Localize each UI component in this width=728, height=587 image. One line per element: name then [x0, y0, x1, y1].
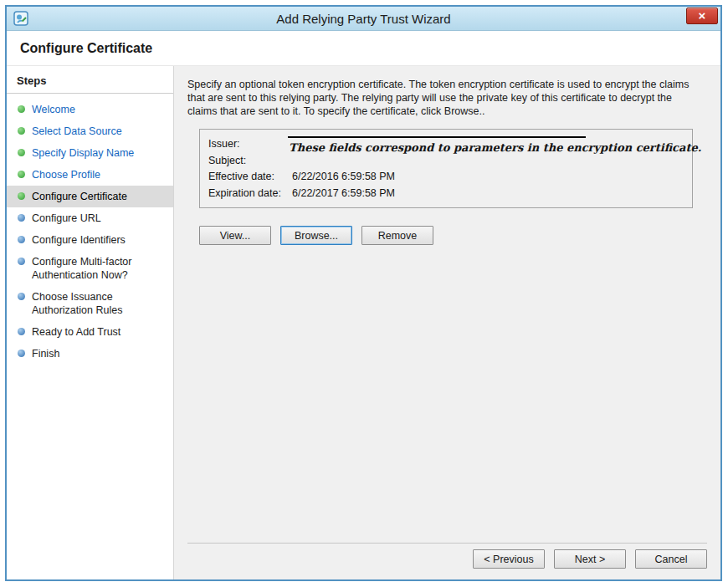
effective-date-row: Effective date: 6/22/2016 6:59:58 PM	[208, 169, 684, 186]
step-status-icon	[18, 258, 25, 265]
step-status-icon	[18, 192, 25, 200]
instructions-text: Specify an optional token encryption cer…	[187, 78, 703, 118]
sidebar-step-select-data-source[interactable]: Select Data Source	[7, 120, 173, 142]
redaction-line	[288, 136, 586, 138]
effective-date-value: 6/22/2016 6:59:58 PM	[292, 169, 395, 186]
sidebar-step-specify-display-name[interactable]: Specify Display Name	[7, 142, 173, 164]
step-status-icon	[18, 127, 25, 135]
subject-row: Subject:	[208, 153, 684, 170]
steps-heading: Steps	[7, 71, 173, 94]
certificate-buttons-row: View... Browse... Remove	[199, 226, 707, 245]
content-area: Steps Welcome Select Data Source Specify…	[7, 66, 720, 579]
step-status-icon	[18, 105, 25, 113]
issuer-label: Issuer:	[208, 136, 292, 153]
wizard-footer: < Previous Next > Cancel	[187, 543, 707, 579]
main-pane: Specify an optional token encryption cer…	[174, 66, 720, 579]
expiration-date-value: 6/22/2017 6:59:58 PM	[292, 186, 395, 202]
cancel-button[interactable]: Cancel	[635, 549, 707, 569]
step-status-icon	[18, 236, 25, 243]
view-button[interactable]: View...	[199, 226, 271, 245]
expiration-date-row: Expiration date: 6/22/2017 6:59:58 PM	[208, 186, 684, 202]
sidebar-step-welcome[interactable]: Welcome	[7, 99, 173, 120]
step-status-icon	[18, 214, 25, 222]
sidebar-step-configure-url: Configure URL	[7, 207, 173, 229]
browse-button[interactable]: Browse...	[280, 226, 352, 245]
next-button[interactable]: Next >	[554, 549, 626, 569]
previous-button[interactable]: < Previous	[473, 549, 545, 569]
sidebar-step-configure-certificate[interactable]: Configure Certificate	[7, 186, 173, 207]
sidebar-step-choose-profile[interactable]: Choose Profile	[7, 164, 173, 186]
remove-button[interactable]: Remove	[361, 226, 433, 245]
certificate-details-groupbox: Issuer: Subject: Effective date: 6/22/20…	[199, 129, 693, 208]
step-status-icon	[18, 350, 25, 357]
main-body: Specify an optional token encryption cer…	[174, 66, 720, 543]
steps-list: Welcome Select Data Source Specify Displ…	[7, 94, 173, 365]
steps-sidebar: Steps Welcome Select Data Source Specify…	[7, 66, 174, 579]
sidebar-step-configure-identifiers: Configure Identifiers	[7, 229, 173, 251]
close-button[interactable]: ×	[686, 8, 718, 24]
step-status-icon	[18, 149, 25, 156]
sidebar-step-finish: Finish	[7, 343, 173, 365]
step-status-icon	[18, 171, 25, 178]
sidebar-step-configure-multi-factor: Configure Multi-factor Authentication No…	[7, 251, 173, 286]
step-status-icon	[18, 328, 25, 335]
annotation-note: These fields correspond to parameters in…	[289, 141, 701, 154]
adfs-wizard-icon	[13, 11, 28, 26]
sidebar-step-ready-to-add-trust: Ready to Add Trust	[7, 321, 173, 343]
sidebar-step-choose-issuance-rules: Choose Issuance Authorization Rules	[7, 286, 173, 321]
wizard-window: Add Relying Party Trust Wizard × Configu…	[5, 5, 722, 581]
window-title: Add Relying Party Trust Wizard	[7, 12, 720, 26]
step-status-icon	[18, 293, 25, 300]
expiration-date-label: Expiration date:	[208, 186, 292, 202]
effective-date-label: Effective date:	[208, 169, 292, 186]
title-bar[interactable]: Add Relying Party Trust Wizard ×	[7, 7, 720, 31]
subject-label: Subject:	[208, 153, 292, 170]
page-title: Configure Certificate	[7, 31, 720, 66]
